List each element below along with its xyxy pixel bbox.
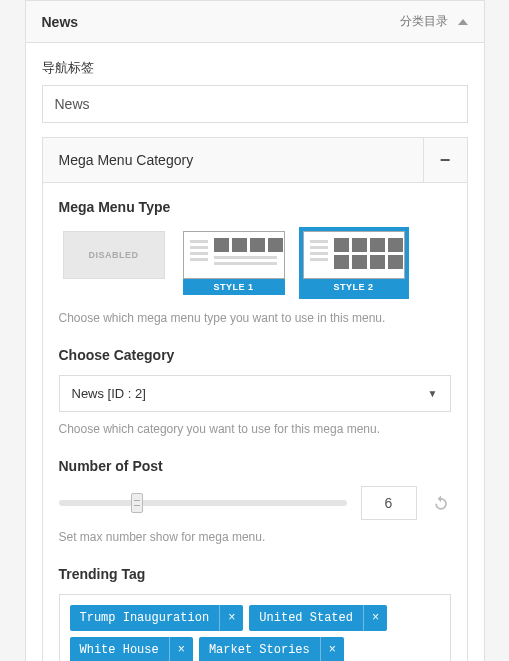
tag-remove[interactable]: × xyxy=(320,637,344,661)
accordion-toggle[interactable]: − xyxy=(423,138,467,182)
tag-item: Trump Inauguration× xyxy=(70,605,244,631)
slider-handle[interactable] xyxy=(131,493,143,513)
nav-label-input[interactable] xyxy=(42,85,468,123)
type-option-disabled[interactable]: DISABLED xyxy=(59,227,169,299)
mega-menu-type-help: Choose which mega menu type you want to … xyxy=(59,311,451,325)
reset-icon[interactable] xyxy=(431,493,451,513)
mega-menu-accordion-header[interactable]: Mega Menu Category − xyxy=(43,138,467,183)
trending-tags-box[interactable]: Trump Inauguration× United Stated× White… xyxy=(59,594,451,661)
nav-label-field-label: 导航标签 xyxy=(42,59,468,77)
chevron-down-icon: ▼ xyxy=(428,388,438,399)
accordion-title: Mega Menu Category xyxy=(43,138,423,182)
tag-remove[interactable]: × xyxy=(363,605,387,631)
mega-menu-type-options: DISABLED STYLE 1 xyxy=(59,227,451,299)
type-option-style2[interactable]: STYLE 2 xyxy=(299,227,409,299)
tag-item: United Stated× xyxy=(249,605,387,631)
style2-caption: STYLE 2 xyxy=(303,279,405,295)
post-count-input[interactable] xyxy=(361,486,417,520)
choose-category-title: Choose Category xyxy=(59,347,451,363)
tag-item: White House× xyxy=(70,637,193,661)
number-of-post-title: Number of Post xyxy=(59,458,451,474)
menu-item-header[interactable]: News 分类目录 xyxy=(26,1,484,43)
menu-item-type: 分类目录 xyxy=(400,13,448,30)
collapse-icon xyxy=(458,19,468,25)
choose-category-help: Choose which category you want to use fo… xyxy=(59,422,451,436)
tag-remove[interactable]: × xyxy=(219,605,243,631)
menu-item-title: News xyxy=(42,14,79,30)
trending-tag-title: Trending Tag xyxy=(59,566,451,582)
mega-menu-type-title: Mega Menu Type xyxy=(59,199,451,215)
type-option-style1[interactable]: STYLE 1 xyxy=(179,227,289,299)
post-count-slider[interactable] xyxy=(59,500,347,506)
tag-remove[interactable]: × xyxy=(169,637,193,661)
category-select[interactable]: News [ID : 2] ▼ xyxy=(59,375,451,412)
tag-item: Market Stories× xyxy=(199,637,344,661)
style1-caption: STYLE 1 xyxy=(183,279,285,295)
category-select-value: News [ID : 2] xyxy=(72,386,146,401)
number-of-post-help: Set max number show for mega menu. xyxy=(59,530,451,544)
